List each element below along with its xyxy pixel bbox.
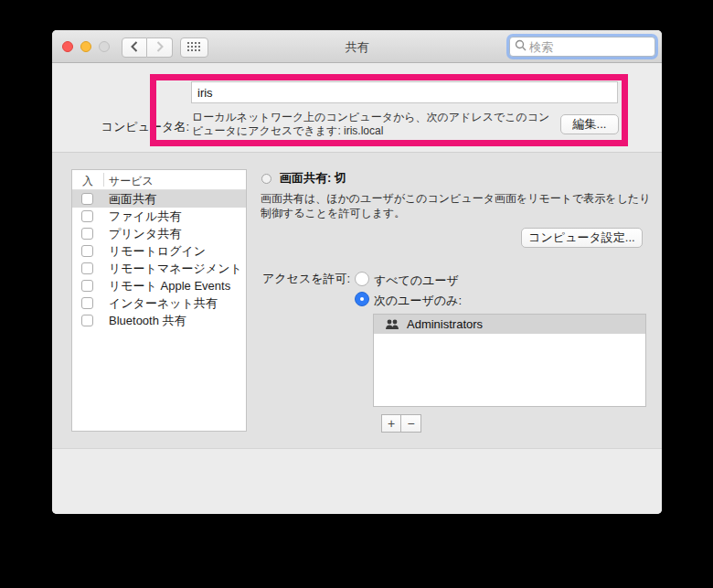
service-label: ファイル共有 <box>109 208 181 225</box>
service-row[interactable]: リモートマネージメント <box>72 260 246 277</box>
add-remove-group: + − <box>381 414 421 433</box>
computer-name-description: ローカルネットワーク上のコンピュータから、次のアドレスでこのコンピュータにアクセ… <box>192 111 556 138</box>
service-status-title: 画面共有: 切 <box>280 170 346 187</box>
service-row[interactable]: プリンタ共有 <box>72 225 246 242</box>
radio-all-users[interactable] <box>355 272 369 286</box>
group-users-icon <box>385 319 399 330</box>
remove-user-button[interactable]: − <box>401 414 421 433</box>
service-label: 画面共有 <box>109 191 156 208</box>
service-label: インターネット共有 <box>109 295 218 312</box>
service-label: リモートマネージメント <box>109 261 242 277</box>
bottom-bar: ? <box>52 448 662 514</box>
service-checkbox[interactable] <box>81 228 93 240</box>
service-checkbox[interactable] <box>81 280 93 292</box>
search-input[interactable] <box>529 40 644 54</box>
service-row[interactable]: リモート Apple Events <box>72 277 246 294</box>
service-checkbox[interactable] <box>81 315 93 326</box>
services-table: 入 サービス 画面共有ファイル共有プリンタ共有リモートログインリモートマネージメ… <box>71 169 247 432</box>
computer-name-label: コンピュータ名: <box>61 119 189 135</box>
radio-all-users-label: すべてのユーザ <box>374 273 459 289</box>
service-checkbox[interactable] <box>81 262 93 274</box>
service-label: Bluetooth 共有 <box>109 313 186 329</box>
service-checkbox[interactable] <box>81 210 93 222</box>
edit-button[interactable]: 編集... <box>560 114 619 134</box>
column-header-service: サービス <box>109 174 154 189</box>
allowed-user-row[interactable]: Administrators <box>374 315 645 334</box>
search-field[interactable] <box>509 37 655 57</box>
computer-name-input[interactable] <box>191 81 618 103</box>
service-row[interactable]: リモートログイン <box>72 242 246 260</box>
computer-name-section: コンピュータ名: <box>52 63 662 152</box>
column-header-enabled: 入 <box>72 174 103 189</box>
service-row[interactable]: Bluetooth 共有 <box>72 312 246 329</box>
services-table-header: 入 サービス <box>72 170 246 190</box>
service-row[interactable]: 画面共有 <box>72 190 246 208</box>
add-user-button[interactable]: + <box>381 414 401 433</box>
allowed-users-list[interactable]: Administrators <box>373 314 646 407</box>
service-row[interactable]: ファイル共有 <box>72 208 246 225</box>
radio-only-these-users-label: 次のユーザのみ: <box>374 293 462 309</box>
allow-access-label: アクセスを許可: <box>262 271 350 287</box>
sharing-preferences-window: 共有 コンピュータ名: ローカルネットワーク上のコンピュータから、次のアドレスで… <box>52 30 662 514</box>
title-bar: 共有 <box>52 30 662 63</box>
service-row[interactable]: インターネット共有 <box>72 294 246 312</box>
service-status-indicator <box>261 174 271 184</box>
allowed-user-name: Administrators <box>407 317 483 331</box>
service-description: 画面共有は、ほかのユーザがこのコンピュータ画面をリモートで表示をしたり制御するこ… <box>261 191 657 220</box>
search-icon <box>515 38 527 55</box>
service-label: プリンタ共有 <box>109 226 181 242</box>
service-checkbox[interactable] <box>81 297 93 309</box>
service-checkbox[interactable] <box>81 193 93 205</box>
computer-settings-button[interactable]: コンピュータ設定... <box>521 228 643 248</box>
service-label: リモート Apple Events <box>109 278 230 294</box>
radio-only-these-users[interactable] <box>355 292 369 306</box>
column-divider <box>103 173 104 187</box>
service-checkbox[interactable] <box>81 245 93 257</box>
service-label: リモートログイン <box>109 243 206 260</box>
